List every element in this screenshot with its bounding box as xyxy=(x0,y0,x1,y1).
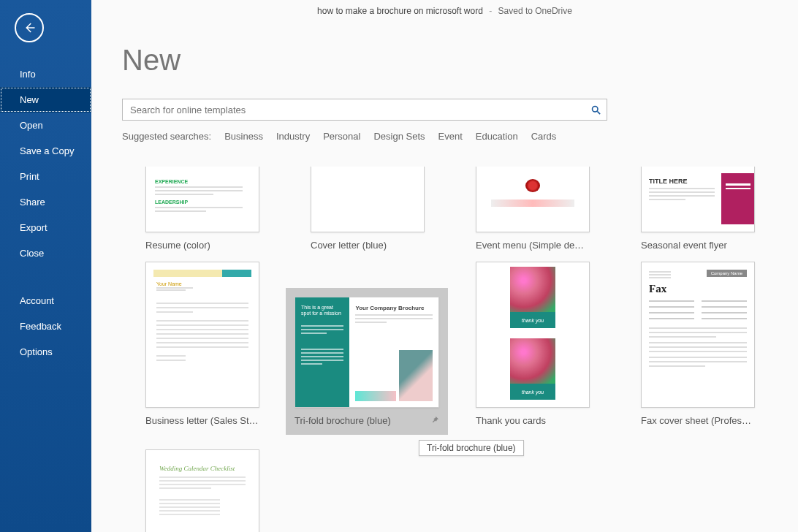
template-wedding-checklist[interactable]: Wedding Calendar Checklist xyxy=(145,449,259,532)
suggested-business[interactable]: Business xyxy=(224,131,263,142)
template-label: Event menu (Simple de… xyxy=(476,240,590,251)
thumb-text: Wedding Calendar Checklist xyxy=(159,465,246,472)
template-gallery[interactable]: EXPERIENCE LEADERSHIP Resume (color) Cov… xyxy=(122,167,783,532)
sidebar-item-open[interactable]: Open xyxy=(0,113,91,138)
template-fax-cover[interactable]: Company Name Fax xyxy=(641,262,755,426)
sidebar-item-save-a-copy[interactable]: Save a Copy xyxy=(0,138,91,164)
thumb-text: Your Company Brochure xyxy=(355,305,433,311)
suggested-personal[interactable]: Personal xyxy=(323,131,360,142)
pin-icon[interactable] xyxy=(431,416,439,426)
sidebar-item-close[interactable]: Close xyxy=(0,240,91,266)
thumb-text: thank you xyxy=(510,384,555,400)
template-label: Business letter (Sales St… xyxy=(145,415,259,426)
template-label: Tri-fold brochure (blue) xyxy=(294,415,391,426)
backstage-main: how to make a brochure on microsoft word… xyxy=(91,0,798,532)
page-title: New xyxy=(122,44,798,77)
template-business-letter[interactable]: Your Name Business letter (Sales St… xyxy=(145,262,259,426)
template-seasonal-flyer[interactable]: TITLE HERE Seasonal event flyer xyxy=(641,167,755,251)
tooltip: Tri-fold brochure (blue) xyxy=(419,440,524,456)
thumb-text: This is a great spot for a mission xyxy=(301,305,343,317)
suggested-cards[interactable]: Cards xyxy=(531,131,557,142)
sidebar-item-export[interactable]: Export xyxy=(0,215,91,240)
back-button[interactable] xyxy=(15,13,44,42)
template-label: Resume (color) xyxy=(145,240,259,251)
back-arrow-icon xyxy=(23,21,36,34)
document-title: how to make a brochure on microsoft word xyxy=(317,6,483,16)
template-search-input[interactable] xyxy=(123,104,585,115)
template-label: Thank you cards xyxy=(476,415,590,426)
suggested-industry[interactable]: Industry xyxy=(276,131,310,142)
search-icon xyxy=(590,104,601,115)
thumb-text: Fax xyxy=(649,283,747,295)
sidebar-item-share[interactable]: Share xyxy=(0,189,91,215)
thumb-text: thank you xyxy=(510,312,555,328)
save-status: Saved to OneDrive xyxy=(498,6,572,16)
thumb-title: TITLE HERE xyxy=(649,178,715,185)
template-trifold-brochure[interactable]: This is a great spot for a mission Your … xyxy=(286,288,448,435)
template-thank-you-cards[interactable]: thank you thank you Thank you cards xyxy=(476,262,590,426)
sidebar-item-options[interactable]: Options xyxy=(0,339,91,365)
sidebar-item-print[interactable]: Print xyxy=(0,164,91,189)
title-bar: how to make a brochure on microsoft word… xyxy=(91,0,798,22)
sidebar-item-new[interactable]: New xyxy=(0,87,91,113)
sidebar-item-info[interactable]: Info xyxy=(0,61,91,87)
sidebar-item-feedback[interactable]: Feedback xyxy=(0,314,91,339)
backstage-sidebar: Info New Open Save a Copy Print Share Ex… xyxy=(0,0,91,532)
suggested-design-sets[interactable]: Design Sets xyxy=(373,131,425,142)
suggested-education[interactable]: Education xyxy=(476,131,518,142)
template-label: Seasonal event flyer xyxy=(641,240,755,251)
suggested-searches: Suggested searches: Business Industry Pe… xyxy=(122,131,798,142)
search-button[interactable] xyxy=(585,104,607,115)
template-search[interactable] xyxy=(122,99,607,121)
template-cover-letter[interactable]: Cover letter (blue) xyxy=(311,167,425,251)
template-event-menu[interactable]: Event menu (Simple de… xyxy=(476,167,590,251)
sidebar-item-account[interactable]: Account xyxy=(0,288,91,314)
template-label: Fax cover sheet (Profess… xyxy=(641,415,755,426)
svg-point-0 xyxy=(592,106,598,112)
template-label: Cover letter (blue) xyxy=(311,240,425,251)
suggested-label: Suggested searches: xyxy=(122,131,211,142)
thumb-text: Company Name xyxy=(707,270,747,277)
template-resume[interactable]: EXPERIENCE LEADERSHIP Resume (color) xyxy=(145,167,259,251)
suggested-event[interactable]: Event xyxy=(438,131,463,142)
